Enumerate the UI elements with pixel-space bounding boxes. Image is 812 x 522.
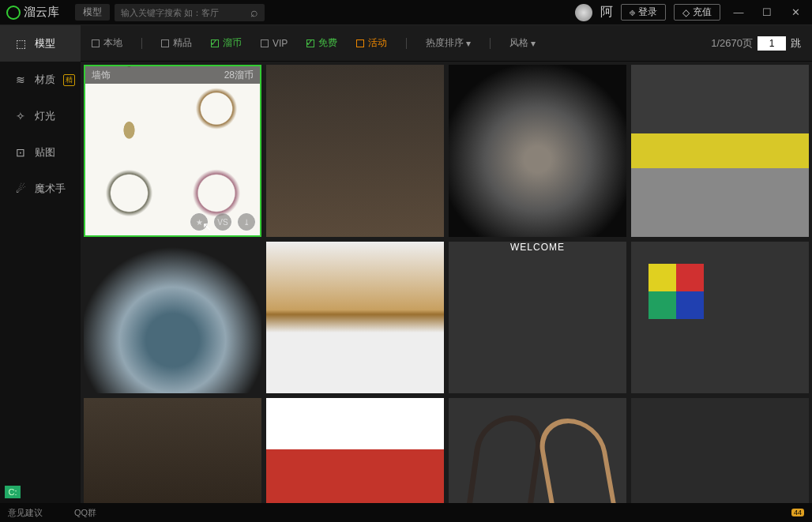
- recharge-button[interactable]: ◇充值: [674, 4, 720, 21]
- card-title: 墙饰: [92, 69, 111, 82]
- minimize-icon[interactable]: —: [728, 4, 749, 21]
- divider: [406, 38, 407, 49]
- model-card[interactable]: [266, 398, 444, 503]
- layers-icon: ≋: [14, 73, 27, 86]
- download-icon[interactable]: ⤓: [238, 213, 255, 231]
- page-label: 1/2670页: [711, 36, 753, 51]
- model-card[interactable]: [449, 242, 626, 393]
- app-logo[interactable]: 溜云库: [6, 5, 59, 20]
- divider: [141, 38, 142, 49]
- qq-group-link[interactable]: QQ群: [74, 507, 96, 519]
- logo-icon: [6, 6, 21, 20]
- app-name: 溜云库: [24, 5, 59, 20]
- nav-magic[interactable]: ☄ 魔术手: [0, 171, 81, 207]
- nav-label: 魔术手: [35, 182, 66, 196]
- search-icon[interactable]: ⌕: [250, 6, 258, 20]
- c-drive-indicator[interactable]: C:: [5, 486, 21, 498]
- nav-label: 材质: [35, 73, 55, 87]
- avatar[interactable]: [575, 4, 592, 21]
- sort-dropdown[interactable]: 热度排序▾: [426, 36, 471, 50]
- model-card[interactable]: [84, 398, 261, 503]
- notification-badge[interactable]: 44: [791, 509, 804, 516]
- deer-icon: ☄: [14, 182, 27, 195]
- model-card[interactable]: [449, 398, 626, 503]
- model-card[interactable]: [266, 242, 444, 393]
- pagination: 1/2670页 跳: [711, 36, 801, 51]
- divider: [490, 38, 491, 49]
- username[interactable]: 阿: [600, 4, 613, 21]
- model-card[interactable]: [449, 65, 626, 237]
- cube-icon: ⬚: [14, 37, 27, 50]
- search-box[interactable]: ⌕: [115, 4, 265, 21]
- filter-liubi[interactable]: 溜币: [211, 36, 242, 50]
- login-button[interactable]: ⎆登录: [621, 4, 666, 21]
- mode-selector[interactable]: 模型: [75, 4, 110, 21]
- model-card[interactable]: [84, 242, 261, 393]
- search-input[interactable]: [121, 8, 250, 17]
- model-card[interactable]: [631, 65, 809, 237]
- nav-texture[interactable]: ⊡ 贴图: [0, 134, 81, 171]
- style-dropdown[interactable]: 风格▾: [509, 36, 536, 50]
- close-icon[interactable]: ✕: [785, 4, 806, 21]
- main-area: 本地 精品 溜币 VIP 免费 活动 热度排序▾ 风格▾ 1/2670页 跳 墙…: [81, 25, 812, 503]
- model-card[interactable]: 墙饰 28溜币 ★ VS ⤓: [84, 65, 261, 237]
- sidebar: ⬚ 模型 ≋ 材质 精 ✧ 灯光 ⊡ 贴图 ☄ 魔术手: [0, 25, 81, 503]
- nav-label: 贴图: [35, 145, 55, 160]
- nav-material[interactable]: ≋ 材质 精: [0, 62, 81, 98]
- gallery[interactable]: 墙饰 28溜币 ★ VS ⤓: [81, 62, 812, 503]
- image-icon: ⊡: [14, 146, 27, 159]
- card-actions: ★ VS ⤓: [190, 213, 255, 231]
- filter-quality[interactable]: 精品: [161, 36, 192, 50]
- favorite-icon[interactable]: ★: [190, 213, 208, 231]
- title-bar: 溜云库 模型 ⌕ 阿 ⎆登录 ◇充值 — ☐ ✕: [0, 0, 812, 25]
- maximize-icon[interactable]: ☐: [757, 4, 777, 21]
- chevron-down-icon: ▾: [531, 38, 536, 49]
- card-meta: 墙饰 28溜币: [85, 66, 260, 84]
- filter-vip[interactable]: VIP: [261, 38, 288, 49]
- model-card[interactable]: [266, 65, 444, 237]
- chevron-down-icon: ▾: [466, 38, 471, 49]
- nav-label: 模型: [35, 36, 55, 51]
- nav-light[interactable]: ✧ 灯光: [0, 98, 81, 134]
- filter-bar: 本地 精品 溜币 VIP 免费 活动 热度排序▾ 风格▾ 1/2670页 跳: [81, 25, 812, 62]
- jump-button[interactable]: 跳: [791, 36, 801, 51]
- filter-free[interactable]: 免费: [306, 36, 337, 50]
- nav-label: 灯光: [35, 109, 55, 123]
- spark-icon: ✧: [14, 110, 27, 122]
- filter-local[interactable]: 本地: [92, 36, 122, 50]
- page-input[interactable]: [757, 36, 786, 51]
- model-card[interactable]: [631, 242, 809, 393]
- vs-icon[interactable]: VS: [214, 213, 231, 231]
- nav-model[interactable]: ⬚ 模型: [0, 25, 81, 62]
- status-bar: 意见建议 QQ群 44: [0, 503, 812, 522]
- filter-activity[interactable]: 活动: [356, 36, 387, 50]
- badge: 精: [63, 74, 75, 86]
- feedback-link[interactable]: 意见建议: [8, 507, 43, 519]
- card-cost: 28溜币: [224, 69, 254, 82]
- model-card[interactable]: [631, 398, 809, 503]
